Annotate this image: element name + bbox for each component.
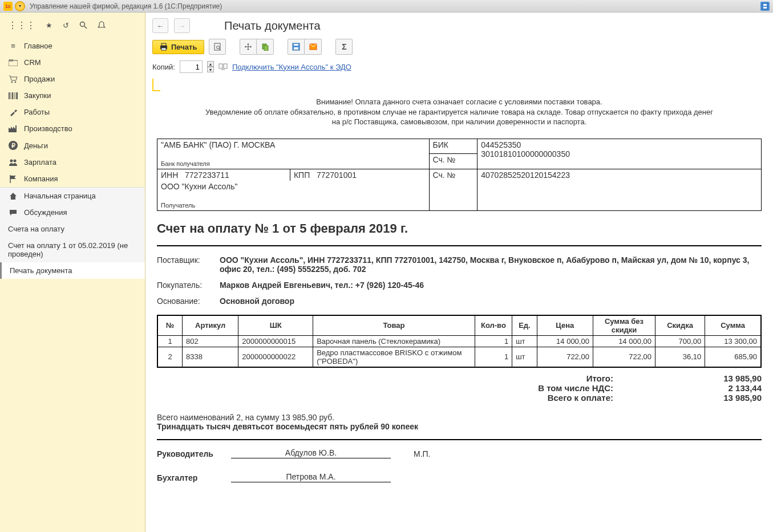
sidebar-item-salary[interactable]: Зарплата	[0, 154, 145, 170]
bell-icon[interactable]	[98, 21, 106, 29]
sidebar-item-label: Главное	[24, 42, 52, 50]
back-button[interactable]: ←	[152, 18, 168, 33]
sidebar-item-purchases[interactable]: Закупки	[0, 87, 145, 104]
page-indicator	[152, 79, 160, 91]
print-button[interactable]: Печать	[152, 40, 204, 54]
sidebar-item-label: Продажи	[24, 75, 55, 83]
preview-button[interactable]	[209, 39, 226, 55]
items-table: № Артикул ШК Товар Кол-во Ед. Цена Сумма…	[157, 315, 762, 368]
window-titlebar: 1c ▾ Управление нашей фирмой, редакция 1…	[0, 0, 773, 13]
svg-point-3	[80, 22, 85, 27]
account-value: 40702852520120154223	[481, 170, 570, 180]
sidebar-item-sales[interactable]: Продажи	[0, 71, 145, 87]
printer-icon	[160, 43, 168, 51]
copies-input[interactable]	[180, 60, 203, 73]
chat-icon	[8, 209, 18, 216]
copies-up[interactable]: ▲	[207, 61, 214, 67]
print-label: Печать	[171, 43, 197, 51]
move-button[interactable]	[240, 39, 257, 55]
document-area: Внимание! Оплата данного счета означает …	[145, 79, 773, 532]
svg-rect-18	[161, 43, 166, 46]
bank-details-table: "АМБ БАНК" (ПАО) Г. МОСКВА Банк получате…	[157, 139, 762, 211]
corr-account: 30101810100000000350	[481, 149, 570, 159]
sidebar-item-money[interactable]: ₽Деньги	[0, 137, 145, 154]
save-button[interactable]	[288, 39, 305, 55]
warning-text: Внимание! Оплата данного счета означает …	[157, 97, 762, 127]
svg-rect-33	[224, 64, 227, 68]
tools-icon	[8, 108, 18, 116]
email-button[interactable]	[305, 39, 322, 55]
sidebar-sub-invoice1[interactable]: Счет на оплату 1 от 05.02.2019 (не прове…	[0, 237, 145, 262]
apps-icon[interactable]: ⋮⋮⋮	[8, 20, 35, 31]
sidebar-item-works[interactable]: Работы	[0, 104, 145, 120]
sub-label: Счет на оплату 1 от 05.02.2019 (не прове…	[8, 241, 128, 258]
supplier-label: Поставщик:	[157, 255, 220, 275]
sub-label: Печать документа	[10, 266, 72, 275]
svg-point-15	[10, 159, 13, 162]
history-icon[interactable]: ↺	[63, 21, 69, 30]
sum-button[interactable]: Σ	[335, 39, 353, 55]
factory-icon	[8, 125, 18, 132]
sidebar-item-label: CRM	[24, 58, 41, 67]
star-icon[interactable]: ★	[46, 21, 52, 30]
sidebar-item-company[interactable]: Компания	[0, 170, 145, 187]
acc2-label: Сч. №	[433, 170, 456, 180]
menu-icon: ≡	[8, 42, 18, 50]
copies-label: Копий:	[152, 63, 175, 71]
forward-button[interactable]: →	[174, 18, 190, 33]
edo-link[interactable]: Подключить "Кухни Ассоль" к ЭДО	[232, 63, 351, 71]
barcode-icon	[8, 92, 18, 99]
page-title: Печать документа	[224, 19, 321, 33]
sidebar-item-production[interactable]: Производство	[0, 120, 145, 137]
flag-icon	[8, 175, 18, 183]
svg-point-22	[217, 46, 220, 49]
bik-value: 044525350	[481, 140, 521, 149]
mp-label: М.П.	[414, 449, 431, 458]
org-name: ООО "Кухни Ассоль"	[161, 182, 238, 191]
sidebar-item-label: Начальная страница	[24, 192, 96, 200]
sidebar-item-discussions[interactable]: Обсуждения	[0, 204, 145, 221]
save-icon[interactable]	[760, 2, 770, 11]
sidebar-item-label: Обсуждения	[24, 208, 67, 217]
sidebar-item-label: Производство	[24, 124, 72, 133]
svg-rect-32	[219, 64, 222, 68]
sidebar-item-crm[interactable]: CRM	[0, 54, 145, 71]
buyer-label: Покупатель:	[157, 281, 220, 291]
total-itogo: 13 985,90	[613, 373, 762, 383]
svg-rect-27	[264, 46, 268, 51]
table-header-row: № Артикул ШК Товар Кол-во Ед. Цена Сумма…	[157, 315, 761, 336]
sidebar-toolbar: ⋮⋮⋮ ★ ↺	[0, 13, 145, 38]
basis-value: Основной договор	[220, 297, 762, 307]
total-nds: 2 133,44	[613, 383, 762, 393]
sidebar-item-main[interactable]: ≡Главное	[0, 38, 145, 54]
amount-words: Тринадцать тысяч девятьсот восемьдесят п…	[157, 422, 762, 431]
svg-point-7	[11, 81, 13, 83]
bank-name: "АМБ БАНК" (ПАО) Г. МОСКВА	[161, 140, 275, 149]
sidebar-sub-print[interactable]: Печать документа	[0, 262, 145, 279]
svg-rect-20	[161, 48, 166, 50]
svg-line-4	[84, 26, 87, 29]
signature-accountant: Бухгалтер Петрова М.А.	[157, 472, 762, 482]
search-icon[interactable]	[79, 21, 87, 29]
toolbar: Печать Σ	[145, 36, 773, 58]
sidebar: ⋮⋮⋮ ★ ↺ ≡Главное CRM Продажи Закупки Раб…	[0, 13, 145, 532]
sidebar-sub-invoices[interactable]: Счета на оплату	[0, 221, 145, 237]
total-pay: 13 985,90	[613, 393, 762, 403]
table-row: 283382000000000022Ведро пластмассовое BR…	[157, 347, 761, 367]
sidebar-item-startpage[interactable]: Начальная страница	[0, 188, 145, 204]
sub-label: Счета на оплату	[8, 225, 64, 233]
inn-value: 7727233711	[185, 170, 229, 180]
cart-icon	[8, 75, 18, 83]
svg-rect-2	[763, 4, 767, 6]
window-title: Управление нашей фирмой, редакция 1.6 (1…	[30, 2, 222, 10]
invoice-title: Счет на оплату № 1 от 5 февраля 2019 г.	[157, 221, 762, 236]
attach-button[interactable]	[257, 39, 274, 55]
recipient-label: Получатель	[161, 202, 195, 209]
crm-icon	[8, 59, 18, 66]
sidebar-item-label: Закупки	[24, 91, 51, 100]
copies-down[interactable]: ▼	[207, 67, 214, 72]
bik-label: БИК	[433, 140, 448, 149]
app-menu-dropdown[interactable]: ▾	[15, 1, 25, 11]
people-icon	[8, 159, 18, 166]
sidebar-item-label: Компания	[24, 174, 58, 183]
